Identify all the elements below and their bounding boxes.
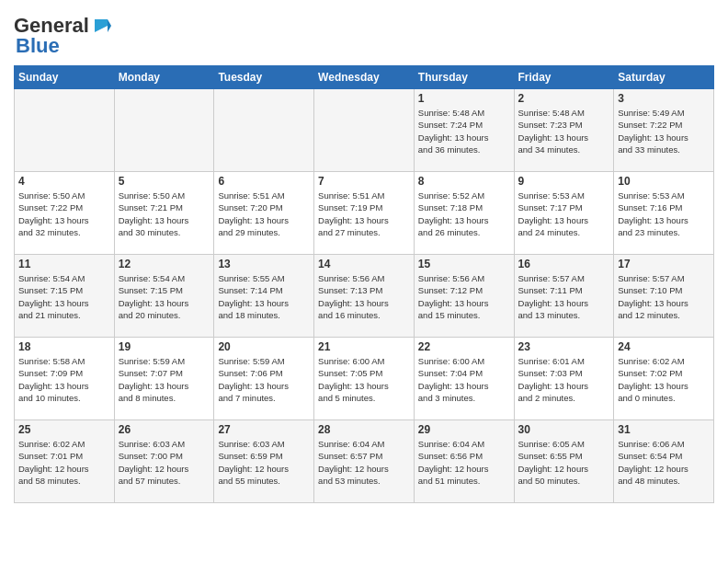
day-number: 2: [518, 92, 610, 105]
day-number: 31: [618, 423, 710, 436]
day-info: Sunrise: 5:53 AM Sunset: 7:17 PM Dayligh…: [518, 190, 610, 238]
calendar-cell: 30Sunrise: 6:05 AM Sunset: 6:55 PM Dayli…: [514, 420, 614, 503]
header-friday: Friday: [514, 66, 614, 89]
header-wednesday: Wednesday: [314, 66, 415, 89]
calendar-cell: [15, 89, 115, 172]
day-info: Sunrise: 5:54 AM Sunset: 7:15 PM Dayligh…: [119, 272, 210, 321]
calendar-cell: 20Sunrise: 5:59 AM Sunset: 7:06 PM Dayli…: [214, 338, 314, 420]
day-info: Sunrise: 5:53 AM Sunset: 7:16 PM Dayligh…: [618, 190, 710, 238]
day-info: Sunrise: 5:49 AM Sunset: 7:22 PM Dayligh…: [618, 107, 710, 155]
day-number: 17: [618, 258, 710, 270]
week-row-3: 11Sunrise: 5:54 AM Sunset: 7:15 PM Dayli…: [15, 255, 714, 338]
calendar-cell: 29Sunrise: 6:04 AM Sunset: 6:56 PM Dayli…: [414, 420, 514, 503]
day-info: Sunrise: 6:05 AM Sunset: 6:55 PM Dayligh…: [518, 438, 610, 487]
calendar-cell: 17Sunrise: 5:57 AM Sunset: 7:10 PM Dayli…: [614, 255, 714, 338]
day-number: 9: [518, 175, 610, 188]
calendar-cell: 11Sunrise: 5:54 AM Sunset: 7:15 PM Dayli…: [15, 255, 115, 338]
day-info: Sunrise: 5:59 AM Sunset: 7:06 PM Dayligh…: [218, 355, 310, 404]
day-number: 1: [418, 92, 510, 105]
week-row-2: 4Sunrise: 5:50 AM Sunset: 7:22 PM Daylig…: [15, 172, 714, 255]
calendar-cell: 7Sunrise: 5:51 AM Sunset: 7:19 PM Daylig…: [314, 172, 415, 255]
day-info: Sunrise: 6:02 AM Sunset: 7:01 PM Dayligh…: [18, 438, 110, 487]
day-info: Sunrise: 5:57 AM Sunset: 7:10 PM Dayligh…: [618, 272, 710, 321]
day-number: 13: [218, 258, 310, 270]
day-number: 23: [518, 340, 610, 353]
day-info: Sunrise: 5:56 AM Sunset: 7:12 PM Dayligh…: [418, 272, 510, 321]
calendar-cell: 1Sunrise: 5:48 AM Sunset: 7:24 PM Daylig…: [414, 89, 514, 172]
day-number: 26: [119, 423, 210, 436]
calendar-cell: [214, 89, 314, 172]
calendar-cell: 22Sunrise: 6:00 AM Sunset: 7:04 PM Dayli…: [414, 338, 514, 420]
day-number: 3: [618, 92, 710, 105]
calendar-cell: 6Sunrise: 5:51 AM Sunset: 7:20 PM Daylig…: [214, 172, 314, 255]
day-info: Sunrise: 5:52 AM Sunset: 7:18 PM Dayligh…: [418, 190, 510, 238]
header: General Blue: [14, 9, 714, 58]
day-info: Sunrise: 5:58 AM Sunset: 7:09 PM Dayligh…: [18, 355, 110, 404]
day-info: Sunrise: 5:48 AM Sunset: 7:23 PM Dayligh…: [518, 107, 610, 155]
calendar-table: SundayMondayTuesdayWednesdayThursdayFrid…: [14, 65, 714, 503]
day-number: 7: [318, 175, 410, 188]
day-info: Sunrise: 6:00 AM Sunset: 7:05 PM Dayligh…: [318, 355, 410, 404]
calendar-cell: 10Sunrise: 5:53 AM Sunset: 7:16 PM Dayli…: [614, 172, 714, 255]
calendar-cell: 24Sunrise: 6:02 AM Sunset: 7:02 PM Dayli…: [614, 338, 714, 420]
logo: General Blue: [14, 9, 111, 58]
day-info: Sunrise: 5:51 AM Sunset: 7:19 PM Dayligh…: [318, 190, 410, 238]
day-number: 29: [418, 423, 510, 436]
day-number: 8: [418, 175, 510, 188]
day-number: 16: [518, 258, 610, 270]
day-number: 5: [119, 175, 210, 188]
header-tuesday: Tuesday: [214, 66, 314, 89]
day-info: Sunrise: 6:03 AM Sunset: 7:00 PM Dayligh…: [119, 438, 210, 487]
day-info: Sunrise: 5:54 AM Sunset: 7:15 PM Dayligh…: [18, 272, 110, 321]
day-info: Sunrise: 5:59 AM Sunset: 7:07 PM Dayligh…: [119, 355, 210, 404]
day-info: Sunrise: 6:00 AM Sunset: 7:04 PM Dayligh…: [418, 355, 510, 404]
calendar-cell: 27Sunrise: 6:03 AM Sunset: 6:59 PM Dayli…: [214, 420, 314, 503]
day-number: 24: [618, 340, 710, 353]
day-number: 15: [418, 258, 510, 270]
day-number: 4: [18, 175, 110, 188]
header-monday: Monday: [114, 66, 214, 89]
day-info: Sunrise: 6:04 AM Sunset: 6:57 PM Dayligh…: [318, 438, 410, 487]
week-row-5: 25Sunrise: 6:02 AM Sunset: 7:01 PM Dayli…: [15, 420, 714, 503]
day-number: 11: [18, 258, 110, 270]
day-number: 10: [618, 175, 710, 188]
day-number: 18: [18, 340, 110, 353]
day-number: 6: [218, 175, 310, 188]
calendar-cell: 13Sunrise: 5:55 AM Sunset: 7:14 PM Dayli…: [214, 255, 314, 338]
day-number: 12: [119, 258, 210, 270]
day-number: 28: [318, 423, 410, 436]
calendar-cell: 28Sunrise: 6:04 AM Sunset: 6:57 PM Dayli…: [314, 420, 415, 503]
calendar-cell: 23Sunrise: 6:01 AM Sunset: 7:03 PM Dayli…: [514, 338, 614, 420]
svg-marker-1: [108, 19, 111, 32]
header-saturday: Saturday: [614, 66, 714, 89]
logo-blue: Blue: [16, 34, 60, 58]
svg-marker-0: [95, 19, 108, 32]
calendar-cell: 25Sunrise: 6:02 AM Sunset: 7:01 PM Dayli…: [15, 420, 115, 503]
calendar-cell: 18Sunrise: 5:58 AM Sunset: 7:09 PM Dayli…: [15, 338, 115, 420]
day-info: Sunrise: 5:50 AM Sunset: 7:21 PM Dayligh…: [119, 190, 210, 238]
day-info: Sunrise: 5:55 AM Sunset: 7:14 PM Dayligh…: [218, 272, 310, 321]
calendar-cell: [314, 89, 415, 172]
calendar-cell: 8Sunrise: 5:52 AM Sunset: 7:18 PM Daylig…: [414, 172, 514, 255]
week-row-4: 18Sunrise: 5:58 AM Sunset: 7:09 PM Dayli…: [15, 338, 714, 420]
day-number: 22: [418, 340, 510, 353]
calendar-cell: 14Sunrise: 5:56 AM Sunset: 7:13 PM Dayli…: [314, 255, 415, 338]
day-info: Sunrise: 5:51 AM Sunset: 7:20 PM Dayligh…: [218, 190, 310, 238]
calendar-cell: 5Sunrise: 5:50 AM Sunset: 7:21 PM Daylig…: [114, 172, 214, 255]
header-sunday: Sunday: [15, 66, 115, 89]
calendar-cell: 16Sunrise: 5:57 AM Sunset: 7:11 PM Dayli…: [514, 255, 614, 338]
day-info: Sunrise: 6:04 AM Sunset: 6:56 PM Dayligh…: [418, 438, 510, 487]
calendar-cell: 9Sunrise: 5:53 AM Sunset: 7:17 PM Daylig…: [514, 172, 614, 255]
week-row-1: 1Sunrise: 5:48 AM Sunset: 7:24 PM Daylig…: [15, 89, 714, 172]
day-number: 30: [518, 423, 610, 436]
calendar-header-row: SundayMondayTuesdayWednesdayThursdayFrid…: [15, 66, 714, 89]
calendar-cell: 19Sunrise: 5:59 AM Sunset: 7:07 PM Dayli…: [114, 338, 214, 420]
day-info: Sunrise: 6:06 AM Sunset: 6:54 PM Dayligh…: [618, 438, 710, 487]
calendar-cell: 4Sunrise: 5:50 AM Sunset: 7:22 PM Daylig…: [15, 172, 115, 255]
day-number: 25: [18, 423, 110, 436]
day-number: 27: [218, 423, 310, 436]
day-info: Sunrise: 6:02 AM Sunset: 7:02 PM Dayligh…: [618, 355, 710, 404]
calendar-cell: 12Sunrise: 5:54 AM Sunset: 7:15 PM Dayli…: [114, 255, 214, 338]
day-number: 20: [218, 340, 310, 353]
calendar-cell: 3Sunrise: 5:49 AM Sunset: 7:22 PM Daylig…: [614, 89, 714, 172]
